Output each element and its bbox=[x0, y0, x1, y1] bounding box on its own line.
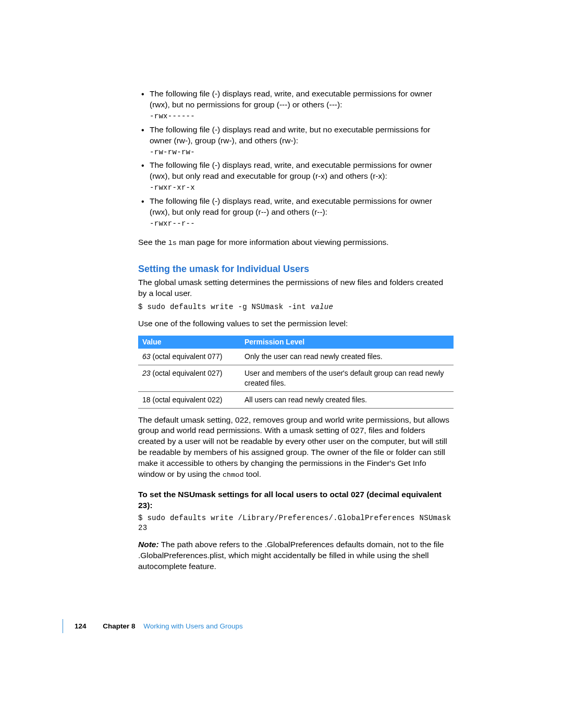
note-text: The path above refers to the .GlobalPref… bbox=[138, 540, 444, 571]
code-argument: value bbox=[311, 303, 334, 311]
code-sample: -rwxr--r-- bbox=[150, 219, 454, 229]
note-label: Note: bbox=[138, 540, 159, 549]
text: man page for more information about view… bbox=[177, 238, 389, 246]
page-number: 124 bbox=[75, 622, 87, 630]
cell-description: All users can read newly created files. bbox=[240, 391, 454, 408]
cell-description: Only the user can read newly created fil… bbox=[240, 349, 454, 365]
cell-value: 23 (octal equivalent 027) bbox=[138, 365, 240, 391]
page-footer: 124 Chapter 8 Working with Users and Gro… bbox=[63, 619, 439, 633]
command-line: $ sudo defaults write -g NSUmask -int va… bbox=[138, 302, 454, 312]
use-values-paragraph: Use one of the following values to set t… bbox=[138, 318, 454, 329]
section-heading: Setting the umask for Individual Users bbox=[138, 263, 454, 275]
value-rest: (octal equivalent 022) bbox=[151, 396, 223, 404]
code-sample: -rwxr-xr-x bbox=[150, 183, 454, 193]
value-number: 18 bbox=[142, 396, 151, 404]
table-row: 23 (octal equivalent 027) User and membe… bbox=[138, 365, 454, 391]
see-ls-paragraph: See the ls man page for more information… bbox=[138, 237, 454, 248]
code-sample: -rwx------ bbox=[150, 112, 454, 121]
subheading: To set the NSUmask settings for all loca… bbox=[138, 489, 454, 511]
command-line: $ sudo defaults write /Library/Preferenc… bbox=[138, 513, 454, 533]
page-content: The following file (-) displays read, wr… bbox=[138, 89, 454, 572]
list-item: The following file (-) displays read, wr… bbox=[138, 160, 454, 193]
list-item: The following file (-) displays read, wr… bbox=[138, 89, 454, 121]
permission-values-table: Value Permission Level 63 (octal equival… bbox=[138, 336, 454, 408]
chapter-label: Chapter 8 bbox=[103, 622, 135, 630]
table-header-row: Value Permission Level bbox=[138, 336, 454, 349]
inline-code: chmod bbox=[223, 471, 244, 479]
list-item: The following file (-) displays read and… bbox=[138, 125, 454, 157]
chapter-title: Working with Users and Groups bbox=[143, 622, 242, 630]
umask-intro-paragraph: The global umask setting determines the … bbox=[138, 277, 454, 299]
text: See the bbox=[138, 238, 168, 246]
cell-value: 18 (octal equivalent 022) bbox=[138, 391, 240, 408]
table-row: 63 (octal equivalent 077) Only the user … bbox=[138, 349, 454, 365]
value-number: 63 bbox=[142, 352, 151, 361]
text: The default umask setting, 022, removes … bbox=[138, 415, 449, 479]
text: tool. bbox=[244, 470, 262, 478]
list-item: The following file (-) displays read, wr… bbox=[138, 196, 454, 229]
code-sample: -rw-rw-rw- bbox=[150, 147, 454, 157]
bullet-text: The following file (-) displays read and… bbox=[150, 125, 430, 145]
value-number: 23 bbox=[142, 369, 151, 377]
code-prefix: $ sudo defaults write -g NSUmask -int bbox=[138, 303, 311, 311]
document-page: The following file (-) displays read, wr… bbox=[0, 0, 563, 728]
permissions-bullet-list: The following file (-) displays read, wr… bbox=[138, 89, 454, 229]
bullet-text: The following file (-) displays read, wr… bbox=[150, 161, 432, 180]
bullet-text: The following file (-) displays read, wr… bbox=[150, 89, 432, 109]
inline-code: ls bbox=[168, 239, 177, 247]
value-rest: (octal equivalent 027) bbox=[151, 369, 223, 377]
cell-value: 63 (octal equivalent 077) bbox=[138, 349, 240, 365]
bullet-text: The following file (-) displays read, wr… bbox=[150, 196, 432, 216]
table-row: 18 (octal equivalent 022) All users can … bbox=[138, 391, 454, 408]
default-umask-paragraph: The default umask setting, 022, removes … bbox=[138, 415, 454, 480]
note-paragraph: Note: The path above refers to the .Glob… bbox=[138, 539, 454, 572]
value-rest: (octal equivalent 077) bbox=[151, 352, 223, 361]
col-header-permission: Permission Level bbox=[240, 336, 454, 349]
cell-description: User and members of the user's default g… bbox=[240, 365, 454, 391]
col-header-value: Value bbox=[138, 336, 240, 349]
